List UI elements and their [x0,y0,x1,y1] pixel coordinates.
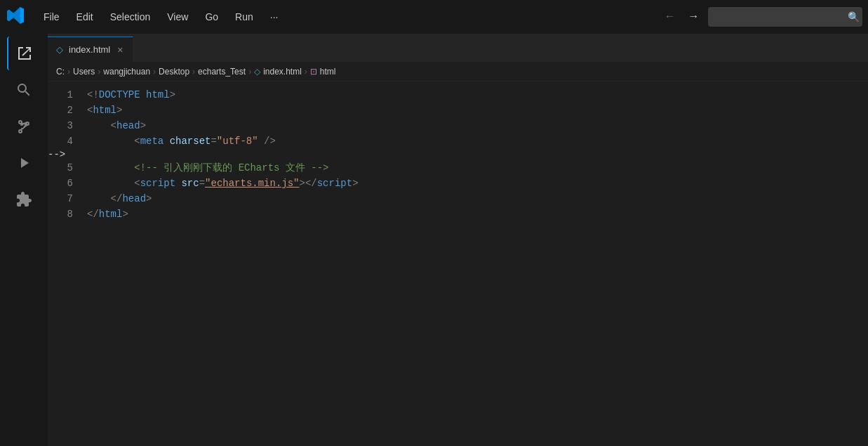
line-num-8: 8 [48,206,84,222]
bc-sep-6: › [305,67,307,77]
code-line-3: 3 <head> [48,118,868,133]
bc-symbol-icon: ⊡ [310,67,317,77]
breadcrumb: C: › Users › wangjichuan › Desktop › ech… [48,62,868,81]
code-line-2: 2 <html> [48,103,868,118]
editor-area: ◇ index.html × C: › Users › wangjichuan … [48,34,868,446]
line-content-1: <!DOCTYPE html> [84,87,868,103]
nav-back-button[interactable]: ← [661,8,679,26]
tab-label: index.html [69,44,110,55]
activity-source-control[interactable] [7,110,41,143]
menu-edit[interactable]: Edit [69,8,100,25]
line-content-4: <meta charset="utf-8" /> [84,133,868,149]
code-line-6: 6 <script src="echarts.min.js"></script> [48,176,868,191]
tab-bar: ◇ index.html × [48,34,868,62]
search-wrapper: 🔍 [708,7,862,27]
menubar-right: ← → 🔍 [661,7,862,27]
tab-close-button[interactable]: × [116,43,124,57]
bc-file-icon: ◇ [254,67,260,77]
activity-run-debug[interactable] [7,146,41,180]
bc-filename: index.html [263,67,302,77]
tab-index-html[interactable]: ◇ index.html × [48,37,133,62]
line-content-2: <html> [84,103,868,118]
menu-run[interactable]: Run [228,8,260,25]
line-num-6: 6 [48,176,84,191]
menu-go[interactable]: Go [198,8,225,25]
bc-sep-5: › [248,67,251,77]
menu-file[interactable]: File [36,8,67,25]
code-line-8: 8 </html> [48,206,868,222]
menu-selection[interactable]: Selection [103,8,158,25]
svg-line-1 [21,125,27,130]
tab-file-icon: ◇ [56,44,63,55]
bc-user: wangjichuan [103,67,150,77]
bc-desktop: Desktop [159,67,189,77]
line-num-2: 2 [48,103,84,118]
menubar: File Edit Selection View Go Run ··· ← → … [0,0,868,34]
line-content-5: <!-- 引入刚刚下载的 ECharts 文件 --> [84,160,868,176]
activity-bar [0,34,48,446]
line-num-5: 5 [48,160,84,176]
bc-sep-4: › [192,67,195,77]
code-line-4: 4 <meta charset="utf-8" /> [48,133,868,149]
code-line-5: 5 <!-- 引入刚刚下载的 ECharts 文件 --> [48,160,868,176]
line-content-3: <head> [84,118,868,133]
line-content-8: </html> [84,206,868,222]
line-num-3: 3 [48,118,84,133]
nav-forward-button[interactable]: → [684,8,702,26]
menu-view[interactable]: View [160,8,195,25]
code-line-7: 7 </head> [48,191,868,206]
menu-more[interactable]: ··· [263,8,286,25]
line-num-4: 4 [48,133,84,149]
search-icon[interactable]: 🔍 [848,11,860,23]
bc-sep-2: › [98,67,100,77]
activity-extensions[interactable] [7,183,41,216]
bc-sep-1: › [67,67,70,77]
bc-symbol: html [320,67,336,77]
bc-users: Users [73,67,95,77]
vscode-logo-icon [6,6,28,28]
line-num-7: 7 [48,191,84,206]
activity-explorer[interactable] [7,37,41,70]
main-area: ◇ index.html × C: › Users › wangjichuan … [0,34,868,446]
search-input[interactable] [708,7,862,27]
bc-sep-3: › [153,67,156,77]
bc-drive: C: [56,67,65,77]
bc-folder: echarts_Test [198,67,246,77]
line-num-1: 1 [48,87,84,103]
code-editor[interactable]: 1 <!DOCTYPE html> 2 <html> 3 <head> 4 <m… [48,81,868,446]
code-line-1: 1 <!DOCTYPE html> [48,87,868,103]
activity-search[interactable] [7,73,41,107]
line-content-6: <script src="echarts.min.js"></script> [84,176,868,191]
line-content-7: </head> [84,191,868,206]
